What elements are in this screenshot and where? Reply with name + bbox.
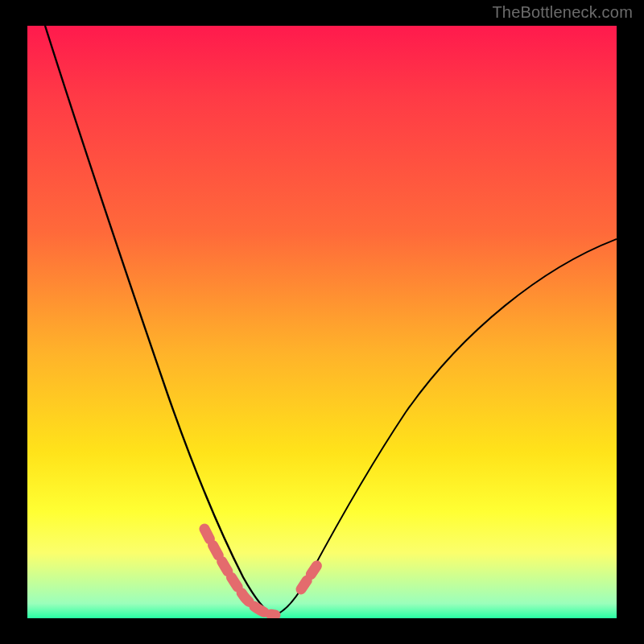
curve-layer: [27, 26, 617, 618]
left-curve: [45, 26, 274, 615]
marker-band-right: [301, 560, 320, 589]
watermark-text: TheBottleneck.com: [492, 3, 633, 22]
chart-stage: TheBottleneck.com: [0, 0, 644, 644]
plot-area: [27, 26, 617, 618]
right-curve: [274, 239, 617, 615]
